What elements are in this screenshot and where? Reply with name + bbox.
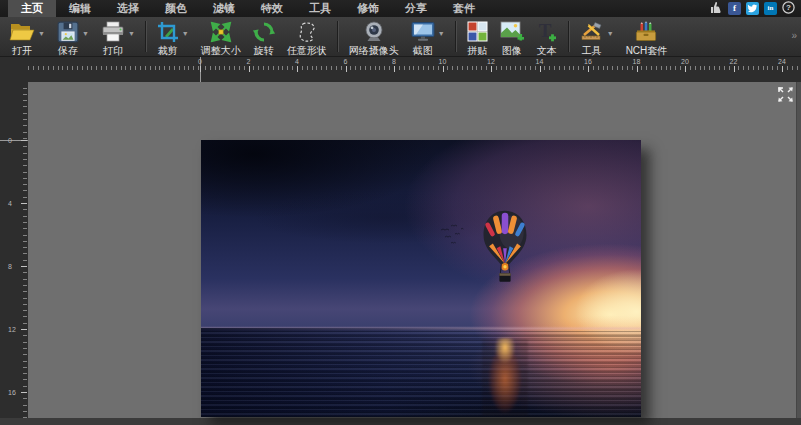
save-dropdown-arrow[interactable]: ▼ [82, 30, 89, 37]
h-ruler-major-tick [249, 66, 250, 72]
crop-dropdown-arrow[interactable]: ▼ [182, 30, 189, 37]
nch-suite-button[interactable]: NCH套件 [620, 17, 674, 56]
photo[interactable] [201, 140, 641, 417]
h-ruler-label: 18 [633, 58, 641, 65]
linkedin-icon[interactable]: in [764, 2, 777, 15]
screenshot-button[interactable]: 截图 ▼ [405, 17, 451, 56]
v-ruler-major-tick [21, 392, 27, 393]
open-button[interactable]: 打开 ▼ [3, 17, 51, 56]
h-ruler-label: 6 [344, 58, 348, 65]
print-dropdown-arrow[interactable]: ▼ [128, 30, 135, 37]
tools-button[interactable]: 工具 ▼ [574, 17, 620, 56]
h-ruler-major-tick [297, 66, 298, 72]
menu-tab-select[interactable]: 选择 [104, 0, 152, 17]
h-ruler-major-tick [685, 66, 686, 72]
expand-arrows-icon [777, 86, 794, 103]
h-ruler-major-tick [588, 66, 589, 72]
h-ruler-label: 20 [681, 58, 689, 65]
menu-tab-edit[interactable]: 编辑 [56, 0, 104, 17]
toolbar: 打开 ▼ 保存 ▼ [0, 17, 801, 57]
open-dropdown-arrow[interactable]: ▼ [38, 30, 45, 37]
save-icon [57, 19, 79, 44]
open-icon [9, 19, 35, 44]
h-ruler-label: 12 [487, 58, 495, 65]
add-text-button[interactable]: T 文本 [530, 17, 564, 56]
nch-suite-icon [634, 19, 658, 44]
h-ruler-major-tick [443, 66, 444, 72]
save-button[interactable]: 保存 ▼ [51, 17, 95, 56]
resize-button[interactable]: 调整大小 [195, 17, 247, 56]
print-icon [101, 19, 125, 44]
v-ruler-label: 8 [8, 263, 12, 270]
toolbar-overflow-chevron[interactable]: » [791, 17, 801, 56]
h-ruler-label: 8 [392, 58, 396, 65]
v-ruler-label: 4 [8, 200, 12, 207]
v-ruler-label: 12 [8, 326, 16, 333]
h-ruler-major-tick [540, 66, 541, 72]
menu-tab-retouch[interactable]: 修饰 [344, 0, 392, 17]
h-ruler-major-tick [734, 66, 735, 72]
tools-dropdown-arrow[interactable]: ▼ [607, 30, 614, 37]
horizontal-ruler: 024681012141618202224 [28, 57, 801, 82]
like-icon[interactable] [710, 0, 723, 18]
h-ruler-major-tick [346, 66, 347, 72]
v-ruler-major-tick [21, 203, 27, 204]
menubar-right-icons: f in ? [710, 0, 801, 17]
bottom-window-edge [0, 418, 801, 425]
collage-icon [467, 19, 488, 44]
add-text-icon: T [536, 19, 558, 44]
h-ruler-label: 10 [439, 58, 447, 65]
screenshot-dropdown-arrow[interactable]: ▼ [438, 30, 445, 37]
h-ruler-major-tick [200, 66, 201, 72]
add-image-icon [500, 19, 524, 44]
freeform-shape-button[interactable]: 任意形状 [281, 17, 333, 56]
menu-tab-filter[interactable]: 滤镜 [200, 0, 248, 17]
h-ruler-major-tick [637, 66, 638, 72]
vertical-ruler-ticks [23, 82, 27, 418]
menu-tab-color[interactable]: 颜色 [152, 0, 200, 17]
h-ruler-label: 4 [295, 58, 299, 65]
expand-canvas-button[interactable] [777, 86, 794, 103]
crop-button[interactable]: 裁剪 ▼ [151, 17, 195, 56]
h-ruler-label: 0 [198, 58, 202, 65]
v-ruler-label: 0 [8, 137, 12, 144]
menu-tab-effects[interactable]: 特效 [248, 0, 296, 17]
add-image-button[interactable]: 图像 [494, 17, 530, 56]
right-window-edge [796, 82, 801, 418]
resize-icon [210, 19, 232, 44]
h-ruler-major-tick [394, 66, 395, 72]
h-ruler-label: 24 [778, 58, 786, 65]
ruler-corner [0, 57, 28, 82]
collage-button[interactable]: 拼贴 [461, 17, 494, 56]
h-ruler-major-tick [782, 66, 783, 72]
print-button[interactable]: 打印 ▼ [95, 17, 141, 56]
menu-tab-tools[interactable]: 工具 [296, 0, 344, 17]
freeform-shape-icon [296, 19, 318, 44]
h-ruler-label: 2 [247, 58, 251, 65]
v-ruler-major-tick [21, 140, 27, 141]
toolbar-separator [145, 21, 147, 52]
h-ruler-label: 16 [584, 58, 592, 65]
v-ruler-major-tick [21, 266, 27, 267]
menu-tab-suite[interactable]: 套件 [440, 0, 488, 17]
rotate-icon [253, 19, 275, 44]
photo-editor-window: 主页 编辑 选择 颜色 滤镜 特效 工具 修饰 分享 套件 f in ? [0, 0, 801, 425]
toolbar-separator [455, 21, 457, 52]
h-ruler-label: 22 [730, 58, 738, 65]
hot-air-balloon [477, 208, 533, 292]
svg-text:?: ? [786, 3, 791, 12]
screenshot-icon [411, 19, 435, 44]
facebook-icon[interactable]: f [728, 2, 741, 15]
webcam-button[interactable]: 网络摄像头 [343, 17, 405, 56]
birds-flock [439, 222, 469, 248]
v-ruler-label: 16 [8, 389, 16, 396]
toolbar-separator [568, 21, 570, 52]
balloon-reflection [482, 338, 528, 417]
rotate-button[interactable]: 旋转 [247, 17, 281, 56]
twitter-icon[interactable] [746, 2, 759, 15]
help-icon[interactable]: ? [782, 0, 795, 18]
menu-tab-home[interactable]: 主页 [8, 0, 56, 17]
v-ruler-major-tick [21, 329, 27, 330]
menu-tab-share[interactable]: 分享 [392, 0, 440, 17]
vertical-ruler: 0481216 [0, 82, 28, 418]
